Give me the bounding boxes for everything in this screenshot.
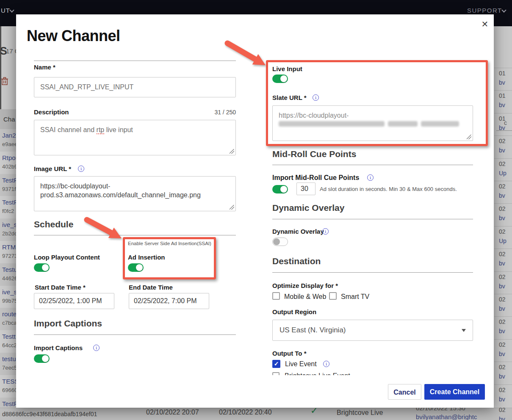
slate-url-textarea[interactable]: https://bc-cloudplayout- <box>272 105 473 141</box>
channel-name-fragment: Jan28 <box>2 132 16 139</box>
live-event-checkbox[interactable] <box>272 360 280 368</box>
description-textarea[interactable]: SSAI channel and rtp live input <box>34 120 236 155</box>
clipped-checkbox[interactable] <box>272 372 280 375</box>
channel-name-fragment: ive_s <box>2 221 16 228</box>
start-date-input[interactable]: 02/25/2022, 1:00 PM <box>34 293 114 309</box>
user-fragment: bv <box>499 79 505 86</box>
channel-name-fragment: Testu <box>2 266 16 273</box>
table-row-right-fragment: 02 bv <box>494 294 512 316</box>
info-icon[interactable] <box>323 361 329 367</box>
midroll-heading: Mid-Roll Cue Points <box>272 149 356 159</box>
date-fragment: 02 <box>499 296 506 303</box>
user-fragment: bv <box>499 102 505 108</box>
smart-tv-label: Smart TV <box>341 293 369 301</box>
resize-handle-icon[interactable] <box>467 135 471 139</box>
user-fragment: bv <box>499 328 505 334</box>
date-fragment: 02 <box>499 364 506 370</box>
info-icon[interactable] <box>322 228 329 235</box>
table-row: TestR f0fc2 <box>0 196 16 218</box>
info-icon[interactable] <box>367 174 374 181</box>
mobile-web-checkbox[interactable] <box>272 292 280 300</box>
optimize-display-label: Optimize Display for * <box>272 282 338 289</box>
user-fragment: bv <box>499 283 505 290</box>
user-fragment: bv <box>499 215 505 221</box>
info-icon[interactable] <box>313 94 319 101</box>
table-row: testu 7eec5 <box>0 353 16 375</box>
ad-insertion-toggle[interactable] <box>128 263 144 272</box>
image-url-text: prod.s3.amazonaws.com/default_channel_im… <box>40 191 230 199</box>
end-date-label: End Date Time <box>129 284 173 291</box>
table-row-right-fragment: 02 Up <box>494 158 512 181</box>
table-row: RTMP 97273 <box>0 241 16 263</box>
create-channel-button[interactable]: Create Channel <box>424 384 485 400</box>
resize-handle-icon[interactable] <box>230 149 234 154</box>
clipped-option-label: Brightcove Live Event <box>285 372 350 375</box>
date-fragment: 02 <box>499 228 506 235</box>
table-row: Testt 64cc2 <box>0 330 16 353</box>
table-row-right-fragment: 02 bv <box>494 271 512 294</box>
table-row: ive_s 99b75 <box>0 286 16 308</box>
divider <box>272 272 473 273</box>
live-event-label: Live Event <box>285 360 317 368</box>
dynamic-overlay-heading: Dynamic Overlay <box>272 203 344 213</box>
resize-handle-icon[interactable] <box>230 205 234 210</box>
smart-tv-checkbox[interactable] <box>329 292 337 300</box>
table-row: route c7bca <box>0 308 16 330</box>
end-date-input[interactable]: 02/25/2022, 7:00 PM <box>129 293 209 309</box>
channel-name-fragment: testu <box>2 355 16 362</box>
date-fragment: 02 <box>499 341 506 348</box>
char-counter: 31 / 250 <box>34 109 236 116</box>
new-channel-dialog[interactable]: New Channel Name * SSAI_AND_RTP_LIVE_INP… <box>16 14 494 408</box>
import-midroll-label: Import Mid-Roll Cue Points <box>272 174 359 182</box>
ad-slot-help-text: Ad slot duration in seconds. Min 30 & Ma… <box>320 186 457 192</box>
channel-id-fragment: f0fc2 <box>2 208 14 214</box>
nav-item-support[interactable]: SUPPORT <box>467 7 502 14</box>
loop-playout-toggle[interactable] <box>34 263 50 272</box>
trash-icon <box>1 77 9 88</box>
cancel-button[interactable]: Cancel <box>388 384 421 400</box>
table-row-right-fragment: 02 bv <box>494 316 512 339</box>
name-input[interactable]: SSAI_AND_RTP_LIVE_INPUT <box>34 77 236 97</box>
ad-insertion-label: Ad Insertion <box>128 254 165 261</box>
channel-id-fragment: 99b75 <box>2 298 16 304</box>
import-captions-label: Import Captions <box>34 344 83 351</box>
channel-name-fragment: TestR <box>2 199 16 206</box>
nav-item-fragment: UT <box>1 7 10 14</box>
slate-url-label: Slate URL * <box>272 94 307 101</box>
date-fragment: 02 <box>499 160 506 167</box>
user-fragment: Up <box>499 170 506 177</box>
divider <box>34 235 236 235</box>
date-fragment: 02 <box>499 318 506 325</box>
info-icon[interactable] <box>93 345 100 351</box>
channel-id-fragment: 9371f <box>2 186 16 192</box>
import-captions-toggle[interactable] <box>34 354 50 363</box>
date-fragment: 02 <box>499 251 506 257</box>
table-row-right-fragment: 02 bv <box>494 181 512 203</box>
live-input-toggle[interactable] <box>272 75 288 83</box>
user-fragment: bv <box>499 147 505 154</box>
dynamic-overlay-toggle[interactable] <box>272 238 288 246</box>
date-fragment: 02 <box>499 387 506 393</box>
output-region-label: Output Region <box>272 308 316 315</box>
search-text-fragment: c <box>504 119 507 126</box>
divider <box>272 62 473 62</box>
channel-id: d88686fcc9e43f681deabafb194ef01 <box>2 411 97 417</box>
user-fragment: bv <box>499 260 505 267</box>
redacted-url-text <box>279 121 459 127</box>
channel-id-fragment: 97273 <box>2 253 16 259</box>
user-fragment: bv <box>499 305 505 312</box>
ad-slot-duration-input[interactable]: 30 <box>296 182 316 195</box>
channel-id-fragment: 7eec5 <box>2 365 16 371</box>
date-fragment: 01 <box>499 92 506 99</box>
column-header-fragment: Cha <box>3 116 15 123</box>
output-region-select[interactable]: US East (N. Virginia) <box>272 320 473 341</box>
channel-name-fragment: TESS <box>2 378 16 385</box>
channel-id-fragment: 69660 <box>2 387 16 393</box>
dialog-title: New Channel <box>27 27 120 45</box>
import-midroll-toggle[interactable] <box>272 185 288 193</box>
image-url-textarea[interactable]: https://bc-cloudplayout- prod.s3.amazona… <box>34 176 236 211</box>
date-fragment: 02 <box>499 274 506 280</box>
info-icon[interactable] <box>78 166 84 172</box>
close-icon[interactable] <box>479 19 490 30</box>
user-fragment: bv <box>499 351 505 357</box>
